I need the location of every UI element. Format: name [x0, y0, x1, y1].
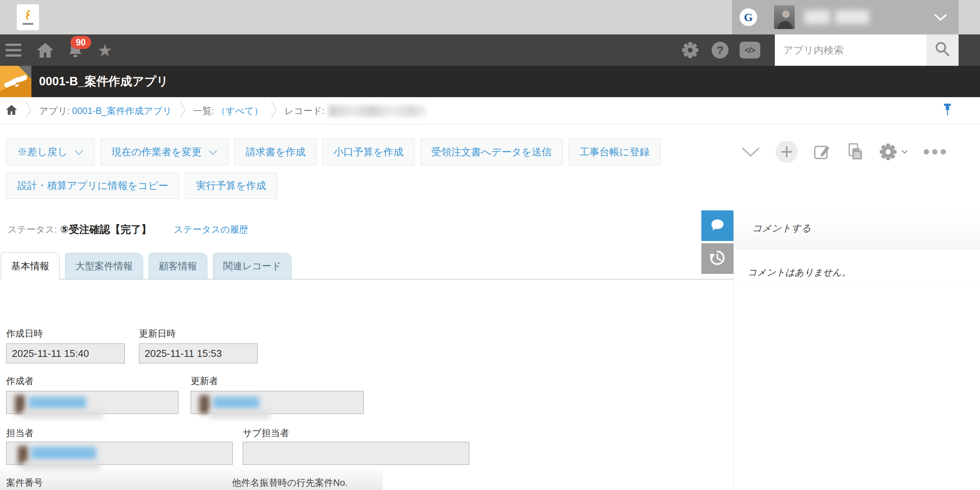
field-updated-datetime: 2025-11-11 15:53	[139, 343, 258, 363]
google-account-icon: G	[740, 8, 757, 26]
action-button-create-exec-budget[interactable]: 実行予算を作成	[185, 172, 277, 199]
field-label-updated-datetime: 更新日時	[139, 327, 176, 340]
tab-related-records[interactable]: 関連レコード	[213, 253, 292, 279]
field-label-sub-person-in-charge: サブ担当者	[243, 427, 289, 439]
action-button-create-petty-budget[interactable]: 小口予算を作成	[322, 138, 415, 165]
hamburger-menu-icon[interactable]	[5, 34, 22, 66]
action-button-sashimodoshi[interactable]: ※差し戻し	[6, 138, 95, 165]
field-created-by	[6, 391, 178, 414]
status-row: ステータス: ⑤受注確認【完了】 ステータスの履歴	[8, 223, 248, 236]
field-label-updated-by: 更新者	[191, 375, 218, 387]
global-nav-bar: 90 ★ ? </>	[0, 34, 980, 66]
pin-icon[interactable]	[942, 103, 952, 121]
action-button-send-order-data[interactable]: 受領注文書へデータを送信	[420, 138, 563, 165]
duplicate-record-icon[interactable]	[846, 143, 864, 161]
field-created-datetime: 2025-11-11 15:40	[6, 343, 125, 363]
notification-count-badge[interactable]: 90	[70, 36, 91, 49]
record-id-redacted	[328, 105, 426, 117]
breadcrumb-app-link[interactable]: 0001-B_案件作成アプリ	[72, 105, 172, 117]
tab-basic-info[interactable]: 基本情報	[1, 252, 60, 280]
company-logo[interactable]	[17, 4, 39, 30]
comment-compose-area[interactable]: コメントする	[734, 210, 980, 249]
record-history-tab[interactable]	[701, 243, 733, 274]
app-handshake-icon[interactable]	[0, 66, 31, 97]
company-logo-text	[23, 23, 33, 25]
search-input[interactable]	[775, 34, 926, 66]
field-sub-person-in-charge	[243, 442, 469, 465]
chevron-down-icon	[208, 146, 217, 158]
action-button-register-ledger[interactable]: 工事台帳に登録	[568, 138, 661, 165]
screen: G 90 ★ ? </>	[0, 0, 980, 490]
breadcrumb-view-label: 一覧:	[193, 105, 214, 117]
field-updated-by	[191, 391, 364, 414]
app-search	[775, 34, 926, 66]
field-label-project-number: 案件番号	[6, 477, 43, 489]
add-record-icon[interactable]	[776, 141, 798, 163]
history-clock-icon	[709, 249, 726, 268]
chevron-down-icon	[934, 14, 947, 23]
more-options-icon[interactable]	[923, 149, 946, 155]
comments-empty-message: コメントはありません。	[748, 267, 851, 277]
user-avatar-redacted	[199, 395, 209, 413]
comments-empty-state: コメントはありません。	[734, 249, 980, 286]
record-action-buttons: ※差し戻し 現在の作業者を変更 請求書を作成 小口予算を作成 受領注文書へデータ…	[6, 138, 726, 199]
user-subtext-redacted	[209, 410, 271, 419]
favorites-star-icon[interactable]: ★	[95, 34, 115, 66]
field-person-in-charge	[6, 442, 233, 465]
action-button-copy-to-estimate-app[interactable]: 設計・積算アプリに情報をコピー	[6, 172, 179, 199]
field-value-created-datetime: 2025-11-11 15:40	[7, 344, 124, 363]
chevron-down-icon	[74, 146, 83, 158]
comments-panel-tab[interactable]	[701, 210, 733, 241]
collapse-chevron-icon[interactable]	[741, 146, 760, 158]
status-history-link[interactable]: ステータスの履歴	[174, 223, 248, 236]
record-tabs: 基本情報 大型案件情報 顧客情報 関連レコード	[1, 252, 292, 280]
field-label-transfer-destination-no: 他件名振替時の行先案件No.	[232, 477, 348, 489]
user-name-redacted[interactable]	[29, 397, 86, 409]
record-toolbar	[733, 138, 965, 165]
breadcrumb-record-label: レコード:	[284, 105, 324, 117]
comment-compose-placeholder: コメントする	[752, 223, 811, 233]
breadcrumb-separator	[180, 100, 186, 122]
user-subtext-redacted	[23, 410, 103, 419]
search-button[interactable]	[926, 34, 959, 66]
settings-gear-icon[interactable]	[681, 34, 700, 66]
comment-bubble-icon	[709, 217, 726, 235]
field-value-updated-datetime: 2025-11-11 15:53	[139, 344, 257, 363]
app-title: 0001-B_案件作成アプリ	[39, 66, 168, 97]
user-name-redacted[interactable]	[31, 447, 96, 460]
breadcrumb-separator	[25, 100, 31, 122]
developer-code-icon[interactable]: </>	[739, 34, 761, 66]
home-icon[interactable]	[35, 34, 55, 66]
action-button-change-assignee[interactable]: 現在の作業者を変更	[100, 138, 229, 165]
top-system-bar: G	[0, 0, 980, 34]
user-name-redacted	[805, 10, 869, 24]
edit-record-icon[interactable]	[813, 143, 831, 161]
field-label-person-in-charge: 担当者	[6, 427, 34, 439]
comments-sidebar: コメントする コメントはありません。	[733, 210, 980, 490]
breadcrumb-home-icon[interactable]	[5, 104, 18, 118]
help-icon[interactable]: ?	[710, 34, 730, 66]
breadcrumb-app-label: アプリ:	[39, 105, 70, 117]
tab-customer-info[interactable]: 顧客情報	[149, 253, 207, 279]
user-name-redacted[interactable]	[213, 397, 259, 409]
action-button-create-invoice[interactable]: 請求書を作成	[234, 138, 317, 165]
status-label: ステータス:	[8, 223, 57, 236]
breadcrumb-separator	[271, 100, 277, 122]
app-header-bar: 0001-B_案件作成アプリ	[0, 66, 980, 97]
tab-large-project-info[interactable]: 大型案件情報	[65, 253, 143, 279]
user-subtext-redacted	[23, 461, 100, 470]
field-label-created-datetime: 作成日時	[6, 327, 43, 340]
avatar	[774, 5, 795, 29]
breadcrumb: アプリ: 0001-B_案件作成アプリ 一覧: （すべて） レコード:	[0, 97, 980, 125]
status-value: ⑤受注確認【完了】	[60, 223, 152, 236]
company-logo-icon	[23, 10, 33, 21]
breadcrumb-view-link[interactable]: （すべて）	[216, 105, 263, 117]
search-icon	[934, 41, 951, 59]
user-menu[interactable]: G	[732, 0, 959, 34]
record-settings-gear-icon[interactable]	[879, 143, 908, 161]
field-label-created-by: 作成者	[6, 375, 34, 387]
